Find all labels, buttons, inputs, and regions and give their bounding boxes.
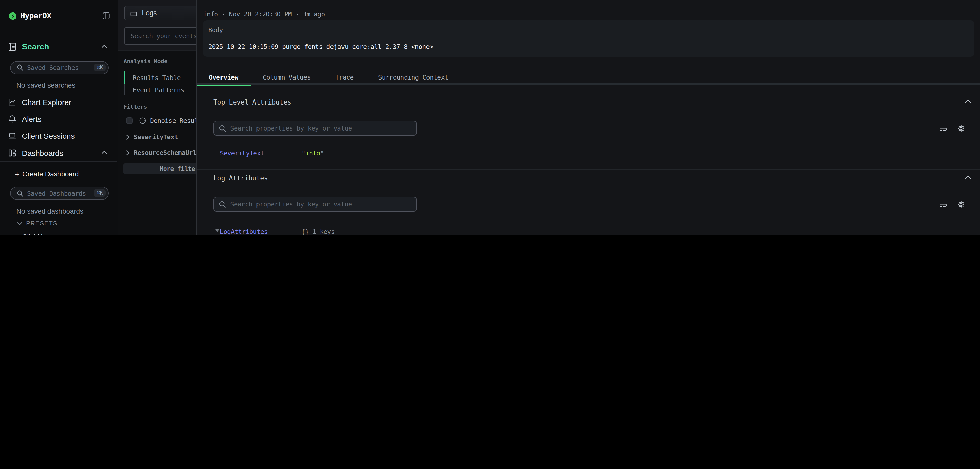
chevron-up-icon[interactable] — [101, 44, 108, 48]
sidebar-item-dashboards[interactable]: Dashboards — [0, 146, 118, 160]
attribute-row[interactable]: SeverityText"info" — [220, 149, 324, 157]
checkbox[interactable] — [126, 117, 133, 124]
shortcut-badge: ⌘K — [94, 63, 106, 71]
presets-label: PRESETS — [26, 220, 57, 227]
saved-searches-input[interactable]: Saved Searches ⌘K — [10, 61, 109, 74]
sidebar-item-alerts[interactable]: Alerts — [0, 112, 118, 126]
gear-icon[interactable] — [958, 201, 965, 208]
attribute-tree-root[interactable]: LogAttributes{} 1 keys — [220, 228, 334, 234]
section-title-top-level: Top Level Attributes — [213, 98, 291, 106]
attribute-value[interactable]: info — [305, 149, 320, 157]
search-placeholder: Search properties by key or value — [230, 124, 352, 132]
filter-group-label: ResourceSchemaUrl — [134, 149, 197, 157]
denoise-results-toggle[interactable]: Denoise Results — [126, 117, 205, 124]
hyperdx-app: HyperDX Search Sa — [0, 0, 980, 234]
sidebar-item-label: Dashboards — [22, 149, 63, 157]
gear-icon[interactable] — [958, 125, 965, 132]
mode-option-results-table[interactable]: Results Table — [133, 74, 181, 81]
filter-group-severitytext[interactable]: SeverityText — [126, 133, 178, 141]
separator: · — [221, 10, 225, 18]
attribute-key[interactable]: SeverityText — [220, 149, 302, 157]
hyperdx-logo-icon — [9, 11, 17, 20]
sidebar-item-client-sessions[interactable]: Client Sessions — [0, 129, 118, 143]
mode-indicator-track — [123, 84, 125, 95]
divider — [0, 161, 118, 162]
wrap-lines-icon[interactable] — [939, 125, 947, 132]
sidebar-item-label: Alerts — [22, 115, 41, 124]
separator: · — [295, 10, 299, 18]
filter-group-resourceschemaurl[interactable]: ResourceSchemaUrl — [126, 149, 197, 157]
wrap-lines-icon[interactable] — [939, 201, 947, 208]
tabs-underline — [197, 83, 980, 85]
chevron-down-icon — [17, 222, 22, 225]
sidebar-item-label: Search — [22, 42, 49, 51]
search-icon — [17, 64, 24, 71]
sidebar-item-label: Chart Explorer — [22, 98, 71, 106]
keys-count: 1 keys — [312, 228, 334, 234]
chart-explorer-icon — [9, 98, 16, 106]
event-timestamp: Nov 20 2:20:30 PM — [229, 10, 292, 18]
no-saved-searches-text: No saved searches — [16, 82, 75, 89]
event-relative-time: 3m ago — [303, 10, 325, 18]
saved-dashboards-input[interactable]: Saved Dashboards ⌘K — [10, 187, 109, 200]
detail-tabs: Overview Column Values Trace Surrounding… — [197, 69, 980, 85]
tab-trace[interactable]: Trace — [323, 69, 366, 85]
section-title-log-attributes: Log Attributes — [213, 174, 268, 182]
saved-dashboards-placeholder: Saved Dashboards — [27, 189, 86, 197]
presets-toggle[interactable]: PRESETS — [17, 220, 57, 227]
laptop-icon — [9, 132, 16, 139]
divider — [197, 169, 980, 170]
logs-source-icon — [130, 10, 137, 16]
brand-title: HyperDX — [21, 11, 51, 21]
section-actions — [939, 201, 965, 208]
event-detail-drawer: info · Nov 20 2:20:30 PM · 3m ago Body 2… — [196, 0, 980, 234]
chevron-up-icon[interactable] — [965, 175, 971, 179]
tab-column-values[interactable]: Column Values — [251, 69, 323, 85]
tab-overview[interactable]: Overview — [197, 69, 251, 85]
create-dashboard-button[interactable]: + Create Dashboard — [0, 167, 118, 181]
search-placeholder: Search properties by key or value — [230, 200, 352, 208]
sidebar-item-chart-explorer[interactable]: Chart Explorer — [0, 95, 118, 109]
bell-icon — [9, 116, 16, 123]
no-saved-dashboards-text: No saved dashboards — [16, 208, 83, 215]
search-icon — [219, 125, 226, 132]
sidebar-item-search[interactable]: Search — [0, 40, 118, 54]
collapse-sidebar-icon[interactable] — [103, 12, 110, 19]
active-mode-indicator — [123, 71, 125, 84]
chevron-right-icon — [126, 150, 130, 156]
filter-group-label: SeverityText — [134, 133, 178, 141]
severity-text: info — [203, 10, 218, 18]
log-attributes-search-input[interactable]: Search properties by key or value — [213, 197, 417, 212]
log-body-text: 2025-10-22 10:15:09 purge fonts-dejavu-c… — [208, 43, 433, 51]
chevron-up-icon[interactable] — [965, 100, 971, 103]
plus-icon: + — [15, 170, 19, 178]
attribute-key[interactable]: LogAttributes — [220, 228, 301, 234]
section-actions — [939, 125, 965, 132]
quote: " — [302, 149, 305, 157]
event-header: info · Nov 20 2:20:30 PM · 3m ago — [203, 10, 325, 18]
search-icon — [17, 190, 24, 196]
tree-expander-icon[interactable] — [215, 230, 219, 232]
preset-item[interactable]: ClickHouse — [22, 233, 58, 234]
divider — [0, 54, 118, 54]
quote: " — [320, 149, 324, 157]
chevron-up-icon[interactable] — [101, 151, 108, 154]
search-section-icon — [9, 43, 16, 51]
braces-icon: {} — [301, 228, 309, 234]
sidebar-item-label: Client Sessions — [22, 132, 75, 140]
keys-count-badge: {} 1 keys — [301, 228, 334, 234]
filters-title: Filters — [124, 103, 147, 110]
search-icon — [219, 201, 226, 208]
denoise-icon — [139, 117, 146, 124]
body-label: Body — [208, 27, 223, 34]
saved-searches-placeholder: Saved Searches — [27, 64, 79, 71]
dashboards-icon — [9, 149, 16, 157]
sidebar: HyperDX Search Sa — [0, 0, 118, 234]
analysis-mode-title: Analysis Mode — [124, 58, 167, 65]
top-level-search-input[interactable]: Search properties by key or value — [213, 121, 417, 136]
tab-surrounding-context[interactable]: Surrounding Context — [366, 69, 461, 85]
logo[interactable]: HyperDX — [9, 11, 51, 21]
mode-option-event-patterns[interactable]: Event Patterns — [133, 86, 184, 94]
chevron-right-icon — [126, 134, 130, 140]
create-dashboard-label: Create Dashboard — [22, 170, 79, 177]
